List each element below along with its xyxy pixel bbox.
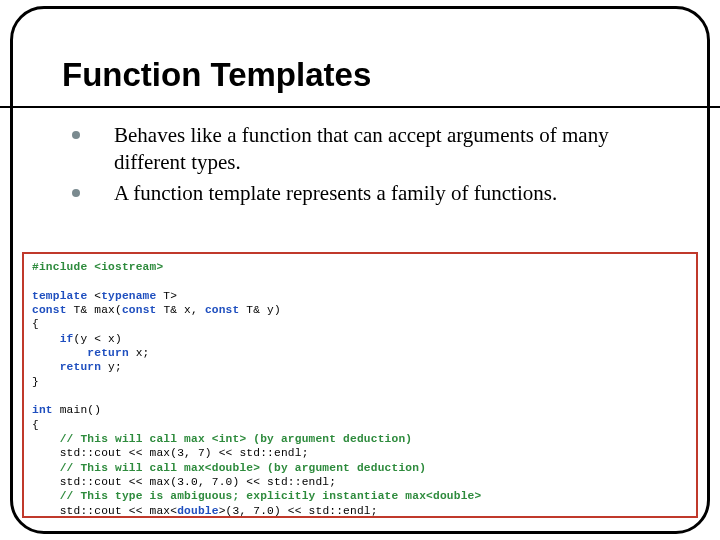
code-text: (y < x)	[73, 333, 121, 345]
code-keyword: const	[205, 304, 240, 316]
code-keyword: const	[122, 304, 157, 316]
code-keyword: if	[32, 333, 73, 345]
code-text: T& y)	[239, 304, 280, 316]
bullet-item: Behaves like a function that can accept …	[72, 122, 676, 176]
code-line: }	[32, 376, 39, 388]
code-keyword: double	[177, 505, 218, 517]
title-underline	[0, 106, 720, 108]
slide-title: Function Templates	[0, 0, 720, 102]
code-keyword: return	[32, 361, 101, 373]
code-box: #include <iostream> template <typename T…	[22, 252, 698, 518]
code-text: y;	[101, 361, 122, 373]
code-text: >(3, 7.0) << std::endl;	[219, 505, 378, 517]
code-keyword: int	[32, 404, 53, 416]
slide-content: Function Templates Behaves like a functi…	[0, 0, 720, 540]
code-line: std::cout << max(3.0, 7.0) << std::endl;	[32, 476, 336, 488]
code-keyword: typename	[101, 290, 156, 302]
code-block: #include <iostream> template <typename T…	[32, 260, 688, 518]
code-text: T& x,	[156, 304, 204, 316]
code-text: T& max(	[67, 304, 122, 316]
code-keyword: template	[32, 290, 87, 302]
bullet-list: Behaves like a function that can accept …	[0, 122, 720, 207]
code-comment: // This will call max <int> (by argument…	[32, 433, 412, 445]
code-line: #include <iostream>	[32, 261, 163, 273]
code-text: x;	[129, 347, 150, 359]
code-line: {	[32, 318, 39, 330]
code-line: std::cout << max(3, 7) << std::endl;	[32, 447, 309, 459]
bullet-item: A function template represents a family …	[72, 180, 676, 207]
code-line: {	[32, 419, 39, 431]
code-comment: // This type is ambiguous; explicitly in…	[32, 490, 481, 502]
code-text: std::cout << max<	[32, 505, 177, 517]
bullet-text: A function template represents a family …	[114, 181, 557, 205]
code-comment: // This will call max<double> (by argume…	[32, 462, 426, 474]
code-text: main()	[53, 404, 101, 416]
code-text: T>	[156, 290, 177, 302]
bullet-text: Behaves like a function that can accept …	[114, 123, 609, 174]
code-text: <	[87, 290, 101, 302]
code-keyword: const	[32, 304, 67, 316]
code-keyword: return	[32, 347, 129, 359]
